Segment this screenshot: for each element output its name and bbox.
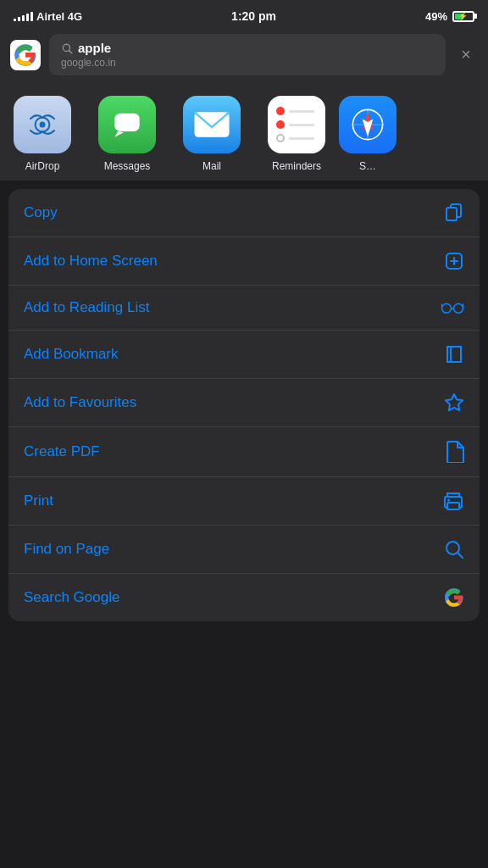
search-google-label: Search Google (24, 589, 119, 606)
svg-point-18 (454, 303, 463, 313)
status-bar: Airtel 4G 1:20 pm 49% ⚡ (0, 0, 488, 31)
action-favourites[interactable]: Add to Favourites (8, 379, 480, 427)
svg-point-17 (442, 303, 452, 313)
action-add-home[interactable]: Add to Home Screen (8, 237, 480, 286)
action-copy[interactable]: Copy (8, 189, 480, 237)
action-bookmark[interactable]: Add Bookmark (8, 331, 480, 379)
bookmark-label: Add Bookmark (24, 346, 119, 363)
svg-rect-25 (447, 503, 459, 509)
action-section: Copy Add to Home Screen Add to Reading L… (8, 189, 480, 621)
section-divider (0, 181, 488, 189)
svg-point-26 (447, 499, 450, 502)
google-logo (10, 40, 41, 70)
doc-icon (446, 441, 464, 463)
reminders-icon (268, 96, 325, 153)
charging-icon: ⚡ (458, 12, 468, 20)
share-item-safari[interactable]: S… (339, 96, 396, 172)
search-icon (61, 42, 73, 54)
messages-icon (98, 96, 156, 153)
favourites-label: Add to Favourites (24, 394, 136, 411)
search-query: apple (78, 41, 111, 55)
action-find-on-page[interactable]: Find on Page (8, 526, 480, 574)
svg-rect-13 (446, 208, 457, 220)
search-bar[interactable]: apple google.co.in (49, 34, 446, 75)
star-icon (444, 392, 464, 413)
google-icon (444, 587, 464, 608)
book-icon (444, 344, 464, 364)
carrier-signal: Airtel 4G (14, 10, 82, 23)
share-item-airdrop[interactable]: AirDrop (0, 96, 85, 172)
close-button[interactable]: × (454, 45, 478, 64)
airdrop-icon (14, 96, 71, 153)
share-item-mail[interactable]: Mail (169, 96, 254, 172)
copy-icon (444, 203, 464, 223)
reminders-label: Reminders (272, 160, 321, 172)
signal-icon (14, 11, 33, 21)
svg-line-28 (458, 553, 463, 558)
mail-icon (183, 96, 241, 153)
share-row: AirDrop Messages Mail (0, 82, 488, 181)
print-label: Print (24, 492, 53, 509)
find-search-icon (444, 539, 464, 559)
create-pdf-label: Create PDF (24, 443, 100, 460)
add-home-label: Add to Home Screen (24, 253, 158, 270)
mail-label: Mail (202, 160, 221, 172)
battery-icon: ⚡ (452, 11, 474, 22)
svg-point-3 (40, 122, 46, 128)
svg-line-1 (69, 50, 72, 53)
action-search-google[interactable]: Search Google (8, 574, 480, 621)
safari-label: S… (359, 160, 376, 172)
svg-marker-23 (446, 394, 463, 410)
messages-label: Messages (104, 160, 151, 172)
carrier-label: Airtel 4G (36, 10, 82, 23)
battery-percent: 49% (425, 10, 447, 23)
svg-rect-4 (114, 114, 139, 131)
action-reading-list[interactable]: Add to Reading List (8, 286, 480, 331)
add-home-icon (444, 251, 464, 271)
print-icon (442, 491, 464, 511)
search-domain: google.co.in (61, 57, 116, 69)
share-item-reminders[interactable]: Reminders (254, 96, 339, 172)
airdrop-label: AirDrop (25, 160, 60, 172)
glasses-icon (441, 300, 464, 315)
safari-icon (339, 96, 396, 153)
copy-label: Copy (24, 204, 58, 221)
find-on-page-label: Find on Page (24, 541, 109, 558)
action-print[interactable]: Print (8, 477, 480, 526)
share-item-messages[interactable]: Messages (85, 96, 169, 172)
svg-marker-5 (114, 131, 124, 137)
time-display: 1:20 pm (231, 9, 276, 23)
action-create-pdf[interactable]: Create PDF (8, 427, 480, 477)
battery-area: 49% ⚡ (425, 10, 474, 23)
reading-list-label: Add to Reading List (24, 299, 149, 316)
